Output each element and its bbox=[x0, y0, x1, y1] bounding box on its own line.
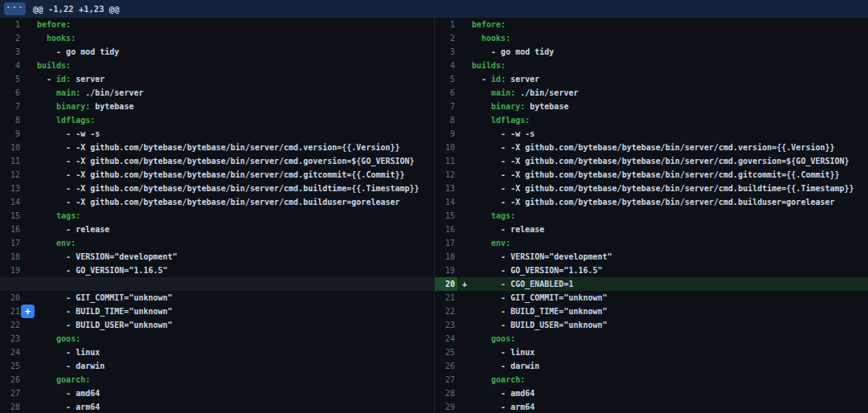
code-line: - release bbox=[37, 223, 434, 236]
line-number[interactable]: 21 bbox=[0, 305, 23, 318]
diff-marker bbox=[457, 113, 472, 127]
line-number[interactable]: 8 bbox=[435, 113, 457, 127]
line-number[interactable]: 16 bbox=[0, 223, 23, 236]
line-number[interactable]: 1 bbox=[0, 18, 23, 31]
line-number[interactable]: 11 bbox=[0, 154, 23, 168]
code-token: builds: bbox=[472, 61, 506, 70]
line-number[interactable]: 17 bbox=[435, 236, 457, 250]
line-number[interactable]: 9 bbox=[435, 127, 457, 141]
line-number[interactable]: 28 bbox=[0, 400, 23, 413]
diff-marker bbox=[457, 346, 472, 359]
line-number[interactable]: 27 bbox=[0, 386, 23, 400]
code-line: - -X github.com/bytebase/bytebase/bin/se… bbox=[472, 141, 868, 154]
diff-line: 18 - VERSION="development" bbox=[0, 250, 434, 264]
line-number[interactable]: 13 bbox=[435, 182, 457, 195]
line-number[interactable]: 24 bbox=[435, 332, 457, 346]
line-number[interactable]: 13 bbox=[0, 182, 23, 195]
line-number[interactable]: 1 bbox=[435, 18, 457, 31]
line-number[interactable]: 14 bbox=[435, 195, 457, 209]
line-number[interactable]: 15 bbox=[0, 209, 23, 223]
diff-line: 28 - amd64 bbox=[435, 386, 868, 400]
diff-line: 26 goarch: bbox=[0, 373, 434, 386]
line-number[interactable]: 2 bbox=[435, 31, 457, 45]
line-number[interactable]: 26 bbox=[0, 373, 23, 386]
line-number[interactable]: 6 bbox=[0, 86, 23, 100]
diff-marker bbox=[457, 182, 472, 195]
code-line: builds: bbox=[37, 59, 434, 72]
line-number[interactable]: 22 bbox=[0, 318, 23, 332]
code-line: goarch: bbox=[472, 373, 868, 386]
ellipsis-icon: ··· bbox=[6, 3, 24, 12]
diff-line: 7 binary: bytebase bbox=[0, 100, 434, 113]
line-number[interactable]: 3 bbox=[0, 45, 23, 59]
line-number[interactable]: 2 bbox=[0, 31, 23, 45]
line-number[interactable]: 8 bbox=[0, 113, 23, 127]
line-number[interactable]: 18 bbox=[435, 250, 457, 264]
line-number[interactable]: 9 bbox=[0, 127, 23, 141]
code-token: ldflags: bbox=[472, 116, 530, 125]
code-token: - amd64 bbox=[37, 389, 100, 398]
code-token: - -X github.com/bytebase/bytebase/bin/se… bbox=[37, 184, 420, 193]
line-number[interactable]: 5 bbox=[435, 72, 457, 86]
diff-line: 15 tags: bbox=[435, 209, 868, 223]
line-number[interactable]: 16 bbox=[435, 223, 457, 236]
line-number[interactable]: 17 bbox=[0, 236, 23, 250]
line-number[interactable]: 4 bbox=[0, 59, 23, 72]
line-number[interactable]: 11 bbox=[435, 154, 457, 168]
line-number[interactable]: 24 bbox=[0, 346, 23, 359]
line-number[interactable]: 7 bbox=[435, 100, 457, 113]
line-number[interactable]: 28 bbox=[435, 386, 457, 400]
line-number[interactable]: 5 bbox=[0, 72, 23, 86]
diff-marker bbox=[23, 141, 37, 154]
diff-marker bbox=[23, 168, 37, 182]
line-number[interactable]: 23 bbox=[0, 332, 23, 346]
diff-line: 22 - BUILD_TIME="unknown" bbox=[435, 305, 868, 318]
diff-line: 23 - BUILD_USER="unknown" bbox=[435, 318, 868, 332]
code-token: bytebase bbox=[525, 102, 568, 111]
line-number[interactable]: 18 bbox=[0, 250, 23, 264]
code-line: - go mod tidy bbox=[472, 45, 868, 59]
diff-line: 11 - -X github.com/bytebase/bytebase/bin… bbox=[435, 154, 868, 168]
line-number[interactable]: 25 bbox=[435, 346, 457, 359]
line-number[interactable]: 10 bbox=[435, 141, 457, 154]
line-number[interactable]: 15 bbox=[435, 209, 457, 223]
diff-line: 4builds: bbox=[435, 59, 868, 72]
line-number[interactable]: 14 bbox=[0, 195, 23, 209]
code-token: env: bbox=[472, 239, 510, 247]
line-number[interactable]: 4 bbox=[435, 59, 457, 72]
code-line: goarch: bbox=[37, 373, 434, 386]
diff-marker bbox=[457, 332, 472, 346]
line-number[interactable]: 27 bbox=[435, 373, 457, 386]
line-number[interactable]: 7 bbox=[0, 100, 23, 113]
code-token: goos: bbox=[472, 334, 515, 343]
line-number[interactable]: 20 bbox=[0, 291, 23, 305]
line-number[interactable]: 3 bbox=[435, 45, 457, 59]
line-number[interactable]: 19 bbox=[435, 264, 457, 277]
code-line: - GO_VERSION="1.16.5" bbox=[37, 264, 434, 277]
diff-marker bbox=[23, 31, 37, 45]
diff-line: 3 - go mod tidy bbox=[0, 45, 434, 59]
line-number[interactable]: 10 bbox=[0, 141, 23, 154]
line-number[interactable]: 20 bbox=[435, 277, 457, 291]
line-number[interactable]: 12 bbox=[0, 168, 23, 182]
code-line: - -X github.com/bytebase/bytebase/bin/se… bbox=[472, 168, 868, 182]
line-number[interactable]: 23 bbox=[435, 318, 457, 332]
diff-line: 23 goos: bbox=[0, 332, 434, 346]
code-line: - -X github.com/bytebase/bytebase/bin/se… bbox=[37, 182, 434, 195]
code-line: main: ./bin/server bbox=[472, 86, 868, 100]
line-number[interactable]: 22 bbox=[435, 305, 457, 318]
diff-marker bbox=[457, 386, 472, 400]
line-number[interactable]: 29 bbox=[435, 400, 457, 413]
diff-marker bbox=[457, 59, 472, 72]
diff-line: 18 - VERSION="development" bbox=[435, 250, 868, 264]
line-number[interactable]: 25 bbox=[0, 359, 23, 373]
line-number[interactable]: 6 bbox=[435, 86, 457, 100]
line-number[interactable]: 26 bbox=[435, 359, 457, 373]
expand-diff-button[interactable]: ··· bbox=[4, 2, 26, 15]
line-number[interactable]: 21 bbox=[435, 291, 457, 305]
diff-marker bbox=[457, 318, 472, 332]
line-number[interactable]: 19 bbox=[0, 264, 23, 277]
line-number[interactable]: 12 bbox=[435, 168, 457, 182]
diff-line: 13 - -X github.com/bytebase/bytebase/bin… bbox=[0, 182, 434, 195]
add-comment-button[interactable]: + bbox=[21, 305, 35, 318]
